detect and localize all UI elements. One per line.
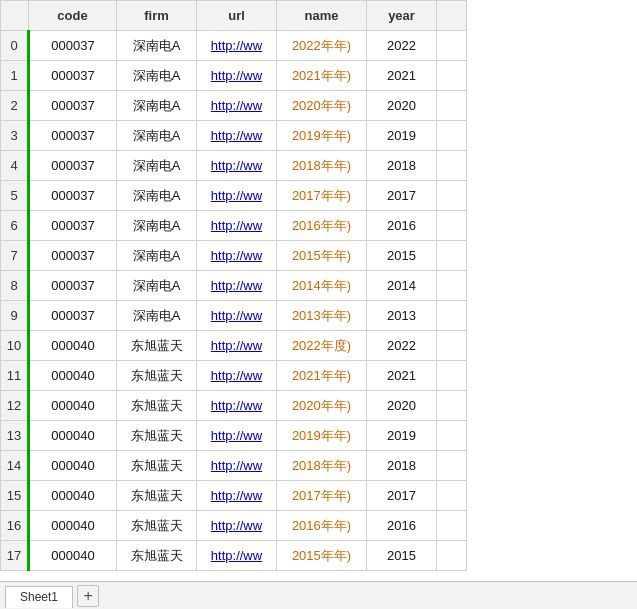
year-cell[interactable]: 2021 <box>367 361 437 391</box>
name-cell[interactable]: 2020年年) <box>277 91 367 121</box>
url-cell[interactable]: http://ww <box>197 91 277 121</box>
sheet1-tab[interactable]: Sheet1 <box>5 586 73 608</box>
firm-cell[interactable]: 深南电A <box>117 91 197 121</box>
table-row: 5000037深南电Ahttp://ww2017年年)2017 <box>1 181 467 211</box>
firm-cell[interactable]: 东旭蓝天 <box>117 511 197 541</box>
code-cell[interactable]: 000040 <box>29 481 117 511</box>
year-cell[interactable]: 2020 <box>367 391 437 421</box>
year-cell[interactable]: 2020 <box>367 91 437 121</box>
firm-cell[interactable]: 深南电A <box>117 271 197 301</box>
firm-cell[interactable]: 深南电A <box>117 211 197 241</box>
url-cell[interactable]: http://ww <box>197 301 277 331</box>
year-cell[interactable]: 2015 <box>367 241 437 271</box>
code-cell[interactable]: 000040 <box>29 391 117 421</box>
url-cell[interactable]: http://ww <box>197 481 277 511</box>
year-cell[interactable]: 2018 <box>367 151 437 181</box>
col-header-c[interactable]: firm <box>117 1 197 31</box>
code-cell[interactable]: 000040 <box>29 541 117 571</box>
year-cell[interactable]: 2016 <box>367 211 437 241</box>
code-cell[interactable]: 000037 <box>29 61 117 91</box>
firm-cell[interactable]: 东旭蓝天 <box>117 481 197 511</box>
url-cell[interactable]: http://ww <box>197 61 277 91</box>
url-cell[interactable]: http://ww <box>197 511 277 541</box>
code-cell[interactable]: 000037 <box>29 31 117 61</box>
name-cell[interactable]: 2018年年) <box>277 151 367 181</box>
name-cell[interactable]: 2015年年) <box>277 241 367 271</box>
col-header-e[interactable]: name <box>277 1 367 31</box>
url-cell[interactable]: http://ww <box>197 421 277 451</box>
year-cell[interactable]: 2016 <box>367 511 437 541</box>
name-cell[interactable]: 2022年年) <box>277 31 367 61</box>
col-header-b[interactable]: code <box>29 1 117 31</box>
code-cell[interactable]: 000040 <box>29 331 117 361</box>
code-cell[interactable]: 000037 <box>29 91 117 121</box>
name-cell[interactable]: 2019年年) <box>277 121 367 151</box>
url-cell[interactable]: http://ww <box>197 151 277 181</box>
year-cell[interactable]: 2019 <box>367 421 437 451</box>
url-cell[interactable]: http://ww <box>197 541 277 571</box>
name-cell[interactable]: 2014年年) <box>277 271 367 301</box>
year-cell[interactable]: 2019 <box>367 121 437 151</box>
name-cell[interactable]: 2018年年) <box>277 451 367 481</box>
extra-cell <box>437 451 467 481</box>
code-cell[interactable]: 000037 <box>29 121 117 151</box>
year-cell[interactable]: 2018 <box>367 451 437 481</box>
url-cell[interactable]: http://ww <box>197 211 277 241</box>
code-cell[interactable]: 000040 <box>29 361 117 391</box>
firm-cell[interactable]: 深南电A <box>117 181 197 211</box>
url-cell[interactable]: http://ww <box>197 331 277 361</box>
code-cell[interactable]: 000040 <box>29 451 117 481</box>
url-cell[interactable]: http://ww <box>197 121 277 151</box>
year-cell[interactable]: 2022 <box>367 31 437 61</box>
name-cell[interactable]: 2019年年) <box>277 421 367 451</box>
year-cell[interactable]: 2021 <box>367 61 437 91</box>
name-cell[interactable]: 2022年度) <box>277 331 367 361</box>
year-cell[interactable]: 2014 <box>367 271 437 301</box>
name-cell[interactable]: 2017年年) <box>277 181 367 211</box>
url-cell[interactable]: http://ww <box>197 391 277 421</box>
col-header-f[interactable]: year <box>367 1 437 31</box>
firm-cell[interactable]: 深南电A <box>117 241 197 271</box>
year-cell[interactable]: 2022 <box>367 331 437 361</box>
name-cell[interactable]: 2021年年) <box>277 361 367 391</box>
name-cell[interactable]: 2021年年) <box>277 61 367 91</box>
firm-cell[interactable]: 东旭蓝天 <box>117 451 197 481</box>
year-cell[interactable]: 2017 <box>367 481 437 511</box>
code-cell[interactable]: 000037 <box>29 151 117 181</box>
year-cell[interactable]: 2015 <box>367 541 437 571</box>
url-cell[interactable]: http://ww <box>197 181 277 211</box>
code-cell[interactable]: 000037 <box>29 211 117 241</box>
firm-cell[interactable]: 深南电A <box>117 151 197 181</box>
firm-cell[interactable]: 东旭蓝天 <box>117 421 197 451</box>
url-cell[interactable]: http://ww <box>197 241 277 271</box>
year-cell[interactable]: 2013 <box>367 301 437 331</box>
col-header-d[interactable]: url <box>197 1 277 31</box>
code-cell[interactable]: 000037 <box>29 241 117 271</box>
code-cell[interactable]: 000037 <box>29 271 117 301</box>
firm-cell[interactable]: 东旭蓝天 <box>117 331 197 361</box>
firm-cell[interactable]: 深南电A <box>117 31 197 61</box>
code-cell[interactable]: 000040 <box>29 421 117 451</box>
firm-cell[interactable]: 深南电A <box>117 121 197 151</box>
name-cell[interactable]: 2017年年) <box>277 481 367 511</box>
firm-cell[interactable]: 深南电A <box>117 61 197 91</box>
url-cell[interactable]: http://ww <box>197 451 277 481</box>
url-cell[interactable]: http://ww <box>197 361 277 391</box>
firm-cell[interactable]: 东旭蓝天 <box>117 541 197 571</box>
firm-cell[interactable]: 东旭蓝天 <box>117 391 197 421</box>
name-cell[interactable]: 2016年年) <box>277 511 367 541</box>
url-cell[interactable]: http://ww <box>197 271 277 301</box>
code-cell[interactable]: 000040 <box>29 511 117 541</box>
name-cell[interactable]: 2016年年) <box>277 211 367 241</box>
add-sheet-button[interactable]: + <box>77 585 99 607</box>
name-cell[interactable]: 2013年年) <box>277 301 367 331</box>
url-cell[interactable]: http://ww <box>197 31 277 61</box>
firm-cell[interactable]: 深南电A <box>117 301 197 331</box>
name-cell[interactable]: 2015年年) <box>277 541 367 571</box>
code-cell[interactable]: 000037 <box>29 301 117 331</box>
code-cell[interactable]: 000037 <box>29 181 117 211</box>
row-number-cell: 16 <box>1 511 29 541</box>
firm-cell[interactable]: 东旭蓝天 <box>117 361 197 391</box>
year-cell[interactable]: 2017 <box>367 181 437 211</box>
name-cell[interactable]: 2020年年) <box>277 391 367 421</box>
